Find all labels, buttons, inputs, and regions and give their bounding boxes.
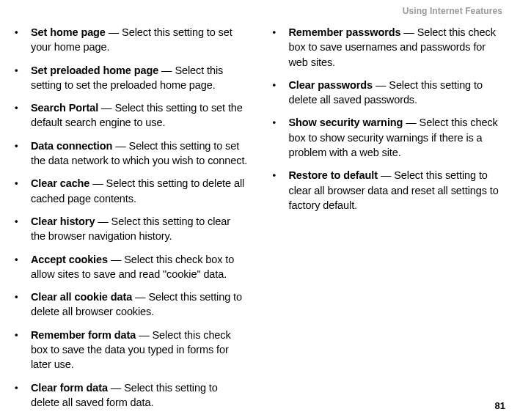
separator: — — [106, 26, 122, 38]
section-header: Using Internet Features — [15, 6, 505, 25]
item-body: Data connection — Select this setting to… — [31, 139, 248, 169]
list-item: •Remember passwords — Select this check … — [273, 25, 506, 70]
item-body: Remember form data — Select this check b… — [31, 328, 248, 372]
item-term: Clear history — [31, 215, 95, 227]
bullet-icon: • — [15, 380, 31, 410]
content-columns: •Set home page — Select this setting to … — [15, 25, 505, 418]
separator: — — [112, 140, 128, 152]
list-item: •Clear all cookie data — Select this set… — [15, 290, 248, 320]
item-body: Remember passwords — Select this check b… — [289, 25, 506, 70]
separator: — — [132, 291, 148, 303]
separator: — — [95, 215, 111, 227]
left-column: •Set home page — Select this setting to … — [15, 25, 248, 418]
list-item: •Clear history — Select this setting to … — [15, 214, 248, 244]
bullet-icon: • — [15, 176, 31, 206]
list-item: •Restore to default — Select this settin… — [273, 168, 506, 213]
item-body: Search Portal — Select this setting to s… — [31, 100, 248, 130]
item-term: Clear cache — [31, 177, 89, 189]
item-body: Set preloaded home page — Select this se… — [31, 63, 248, 93]
separator: — — [378, 169, 394, 181]
item-term: Remember passwords — [289, 26, 401, 38]
list-item: •Set home page — Select this setting to … — [15, 25, 248, 55]
separator: — — [108, 254, 124, 265]
item-term: Clear form data — [31, 382, 108, 394]
bullet-icon: • — [15, 139, 31, 169]
item-body: Accept cookies — Select this check box t… — [31, 252, 248, 282]
list-item: •Show security warning — Select this che… — [273, 115, 506, 160]
separator: — — [373, 79, 389, 91]
item-term: Restore to default — [289, 169, 378, 181]
bullet-icon: • — [15, 214, 31, 244]
list-item: •Search Portal — Select this setting to … — [15, 100, 248, 130]
page-number: 81 — [495, 400, 505, 411]
bullet-icon: • — [273, 168, 289, 213]
separator: — — [108, 382, 124, 394]
separator: — — [136, 329, 152, 341]
item-body: Restore to default — Select this setting… — [289, 168, 506, 213]
item-body: Set home page — Select this setting to s… — [31, 25, 248, 55]
bullet-icon: • — [15, 100, 31, 130]
list-item: •Clear cache — Select this setting to de… — [15, 176, 248, 206]
item-term: Search Portal — [31, 102, 98, 114]
bullet-icon: • — [273, 115, 289, 160]
item-body: Clear cache — Select this setting to del… — [31, 176, 248, 206]
item-term: Show security warning — [289, 117, 403, 128]
item-body: Clear form data — Select this setting to… — [31, 380, 248, 410]
list-item: •Data connection — Select this setting t… — [15, 139, 248, 169]
list-item: •Accept cookies — Select this check box … — [15, 252, 248, 282]
separator: — — [89, 177, 106, 189]
item-term: Accept cookies — [31, 254, 108, 265]
bullet-icon: • — [15, 25, 31, 55]
bullet-icon: • — [273, 25, 289, 70]
item-term: Set home page — [31, 26, 106, 38]
bullet-icon: • — [15, 63, 31, 93]
list-item: •Clear passwords — Select this setting t… — [273, 78, 506, 108]
list-item: •Set preloaded home page — Select this s… — [15, 63, 248, 93]
item-term: Remember form data — [31, 329, 136, 341]
bullet-icon: • — [15, 328, 31, 372]
list-item: •Clear form data — Select this setting t… — [15, 380, 248, 410]
item-term: Clear passwords — [289, 79, 373, 91]
separator: — — [98, 102, 114, 114]
item-term: Data connection — [31, 140, 112, 152]
item-body: Clear all cookie data — Select this sett… — [31, 290, 248, 320]
list-item: •Remember form data — Select this check … — [15, 328, 248, 372]
item-body: Show security warning — Select this chec… — [289, 115, 506, 160]
right-list: •Remember passwords — Select this check … — [273, 25, 506, 213]
separator: — — [158, 65, 175, 76]
item-body: Clear history — Select this setting to c… — [31, 214, 248, 244]
bullet-icon: • — [15, 290, 31, 320]
bullet-icon: • — [15, 252, 31, 282]
right-column: •Remember passwords — Select this check … — [273, 25, 506, 418]
item-term: Clear all cookie data — [31, 291, 132, 303]
item-body: Clear passwords — Select this setting to… — [289, 78, 506, 108]
left-list: •Set home page — Select this setting to … — [15, 25, 248, 410]
item-term: Set preloaded home page — [31, 65, 158, 76]
bullet-icon: • — [273, 78, 289, 108]
separator: — — [400, 26, 417, 38]
separator: — — [403, 117, 419, 128]
